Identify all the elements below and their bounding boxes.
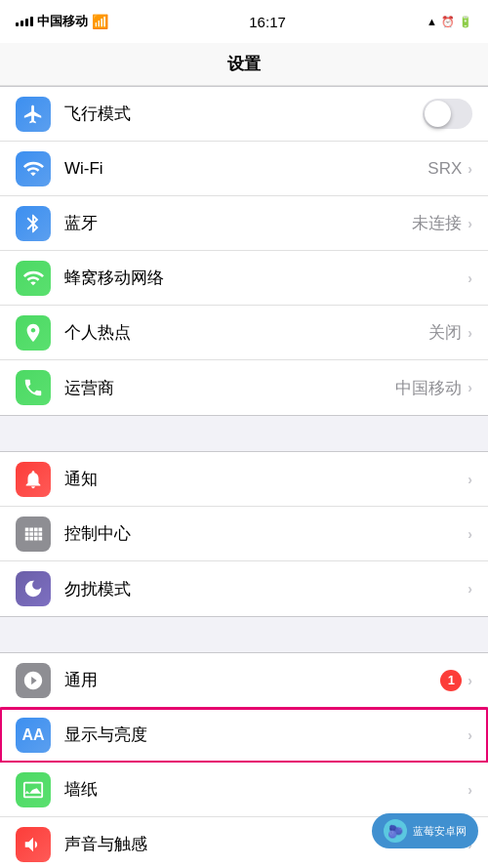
- list-item-general[interactable]: 通用 1 ›: [0, 653, 488, 708]
- alarm-icon: ⏰: [441, 16, 455, 28]
- display-icon-text: AA: [21, 726, 44, 744]
- hotspot-icon: [16, 315, 51, 351]
- bluetooth-label: 蓝牙: [64, 212, 412, 234]
- list-group-network: 飞行模式 Wi-Fi SRX › 蓝牙 未连接 ›: [0, 86, 488, 416]
- cellular-label: 蜂窝移动网络: [64, 267, 468, 289]
- dnd-icon: [16, 571, 51, 606]
- notification-chevron: ›: [468, 472, 472, 487]
- carrier-value: 中国移动: [395, 377, 462, 399]
- section-gap-2: [0, 617, 488, 652]
- list-item-dnd[interactable]: 勿扰模式 ›: [0, 561, 488, 616]
- bluetooth-icon: [16, 206, 51, 241]
- signal-bars: [16, 17, 33, 26]
- hotspot-label: 个人热点: [64, 321, 428, 344]
- control-label: 控制中心: [64, 522, 468, 545]
- wallpaper-icon: [16, 772, 51, 807]
- status-time: 16:17: [249, 14, 286, 30]
- wallpaper-label: 墙纸: [64, 778, 468, 801]
- wifi-icon: [16, 151, 51, 186]
- list-group-system: 通知 › 控制中心 › 勿扰模式 ›: [0, 451, 488, 617]
- notification-label: 通知: [64, 468, 468, 490]
- watermark-text: 蓝莓安卓网: [413, 824, 467, 839]
- wifi-chevron: ›: [468, 161, 472, 177]
- list-item-notification[interactable]: 通知 ›: [0, 452, 488, 507]
- wifi-label: Wi-Fi: [64, 159, 427, 179]
- display-label: 显示与亮度: [64, 723, 468, 746]
- airplane-icon: [16, 97, 51, 132]
- general-badge: 1: [440, 670, 462, 691]
- toggle-knob: [425, 101, 451, 127]
- list-item-wifi[interactable]: Wi-Fi SRX ›: [0, 142, 488, 196]
- watermark: 🫐 蓝莓安卓网: [372, 813, 478, 848]
- list-item-bluetooth[interactable]: 蓝牙 未连接 ›: [0, 196, 488, 251]
- bluetooth-value: 未连接: [412, 212, 462, 234]
- list-item-display[interactable]: AA 显示与亮度 ›: [0, 708, 488, 763]
- cellular-chevron: ›: [468, 270, 472, 286]
- wifi-status-icon: 📶: [92, 14, 108, 29]
- cellular-icon: [16, 261, 51, 296]
- notification-icon: [16, 462, 51, 497]
- dnd-label: 勿扰模式: [64, 578, 468, 600]
- list-item-cellular[interactable]: 蜂窝移动网络 ›: [0, 251, 488, 306]
- carrier-chevron: ›: [468, 380, 472, 395]
- dnd-chevron: ›: [468, 581, 472, 597]
- list-item-hotspot[interactable]: 个人热点 关闭 ›: [0, 306, 488, 360]
- general-chevron: ›: [468, 673, 472, 688]
- watermark-icon: 🫐: [384, 819, 407, 843]
- wifi-value: SRX: [427, 159, 462, 179]
- battery-icon: 🔋: [459, 16, 472, 28]
- carrier-item-label: 运营商: [64, 377, 395, 399]
- list-item-control[interactable]: 控制中心 ›: [0, 507, 488, 561]
- control-center-icon: [16, 517, 51, 552]
- list-item-wallpaper[interactable]: 墙纸 ›: [0, 763, 488, 817]
- list-item-carrier[interactable]: 运营商 中国移动 ›: [0, 360, 488, 415]
- display-icon: AA: [16, 718, 51, 753]
- list-item-airplane[interactable]: 飞行模式: [0, 87, 488, 142]
- hotspot-value: 关闭: [428, 321, 462, 344]
- bluetooth-chevron: ›: [468, 216, 472, 231]
- status-bar: 中国移动 📶 16:17 ▲ ⏰ 🔋: [0, 0, 488, 43]
- nav-bar: 设置: [0, 43, 488, 86]
- general-icon: [16, 663, 51, 698]
- hotspot-chevron: ›: [468, 325, 472, 341]
- general-label: 通用: [64, 669, 440, 691]
- page-title: 设置: [227, 53, 261, 75]
- carrier-label: 中国移动: [37, 13, 88, 30]
- sound-icon: [16, 827, 51, 862]
- status-left: 中国移动 📶: [16, 13, 108, 30]
- status-right: ▲ ⏰ 🔋: [427, 16, 472, 28]
- display-chevron: ›: [468, 727, 472, 743]
- carrier-icon: [16, 370, 51, 405]
- section-system: 通知 › 控制中心 › 勿扰模式 ›: [0, 451, 488, 617]
- airplane-toggle[interactable]: [423, 99, 472, 129]
- control-chevron: ›: [468, 526, 472, 542]
- airplane-label: 飞行模式: [64, 103, 415, 125]
- section-network: 飞行模式 Wi-Fi SRX › 蓝牙 未连接 ›: [0, 86, 488, 416]
- wallpaper-chevron: ›: [468, 782, 472, 798]
- section-gap-1: [0, 416, 488, 451]
- location-icon: ▲: [427, 16, 437, 27]
